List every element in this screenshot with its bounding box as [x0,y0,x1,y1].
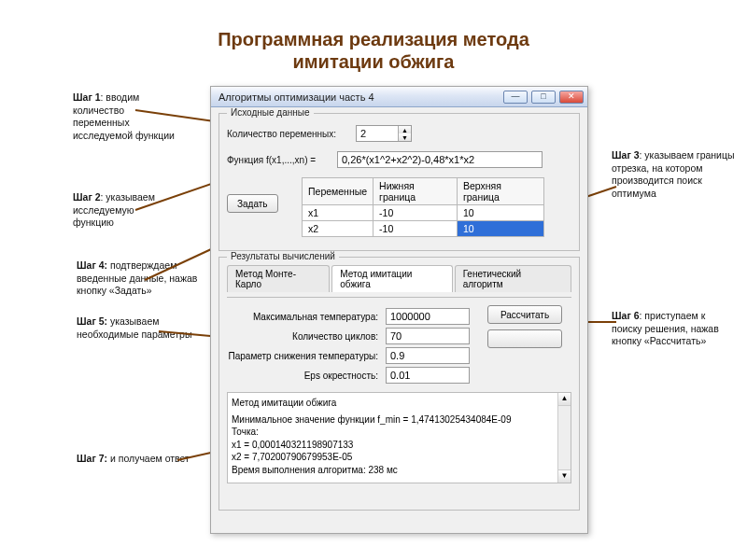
output-scrollbar[interactable]: ▲ ▼ [557,393,571,483]
function-label: Функция f(x1,...,xn) = [227,155,337,165]
varcount-label: Количество переменных: [227,129,356,139]
tab-genetic[interactable]: Генетический алгоритм [455,265,571,292]
out-l2: Минимальное значение функции f_min = 1,4… [232,413,567,427]
close-button[interactable]: ✕ [559,91,584,104]
cool-label: Параметр снижения температуры: [227,351,386,361]
panel-results-title: Результаты вычислений [227,251,339,261]
panel-source-data: Исходные данные Количество переменных: 2… [218,113,580,251]
spinner-up-icon[interactable]: ▲ [398,126,411,133]
cycles-input[interactable]: 70 [386,328,470,344]
out-l4: x1 = 0,000140321198907133 [232,439,567,452]
tab-monte-carlo[interactable]: Метод Монте-Карло [227,265,330,292]
tab-sim-annealing[interactable]: Метод имитации обжига [331,265,452,292]
cool-input[interactable]: 0.9 [386,347,470,364]
table-row[interactable]: x2 -10 10 [303,221,544,237]
output-textbox[interactable]: Метод имитации обжига Минимальное значен… [227,392,571,483]
app-window: Алгоритмы оптимизации часть 4 — □ ✕ Исхо… [210,86,588,534]
out-l5: x2 = 7,70200790679953E-05 [232,451,567,464]
window-title: Алгоритмы оптимизации часть 4 [215,91,500,103]
maxT-input[interactable]: 1000000 [386,308,470,325]
th-lo: Нижняя граница [374,178,458,205]
calculate-button[interactable]: Рассчитать [487,305,562,324]
spinner-down-icon[interactable]: ▼ [398,133,411,141]
function-input[interactable]: 0,26*(x1^2+x2^2)-0,48*x1*x2 [337,151,543,168]
secondary-button[interactable]: . [487,329,562,348]
th-hi: Верхняя граница [457,178,543,205]
varcount-value: 2 [357,128,398,139]
scroll-up-icon[interactable]: ▲ [558,393,571,406]
panel-results: Результаты вычислений Метод Монте-Карло … [218,257,580,511]
window-titlebar: Алгоритмы оптимизации часть 4 — □ ✕ [211,87,587,107]
th-var: Переменные [303,178,374,205]
panel-source-data-title: Исходные данные [227,107,314,118]
variables-table: Переменные Нижняя граница Верхняя границ… [302,177,544,237]
table-row[interactable]: x1 -10 10 [303,205,544,221]
varcount-spinner[interactable]: 2 ▲ ▼ [356,125,412,142]
out-l6: Время выполнения алгоритма: 238 мс [232,464,567,477]
method-tabs: Метод Монте-Карло Метод имитации обжига … [227,265,571,292]
out-l1: Метод имитации обжига [232,397,567,410]
function-value: 0,26*(x1^2+x2^2)-0,48*x1*x2 [342,154,474,165]
cycles-label: Количество циклов: [227,331,386,342]
out-l3: Точка: [232,426,567,439]
eps-label: Eps окрестность: [227,371,386,381]
set-button[interactable]: Задать [227,194,278,213]
maxT-label: Максимальная температура: [227,312,386,322]
maximize-button[interactable]: □ [531,91,556,104]
eps-input[interactable]: 0.01 [386,367,470,384]
scroll-down-icon[interactable]: ▼ [558,469,571,483]
minimize-button[interactable]: — [503,91,528,104]
